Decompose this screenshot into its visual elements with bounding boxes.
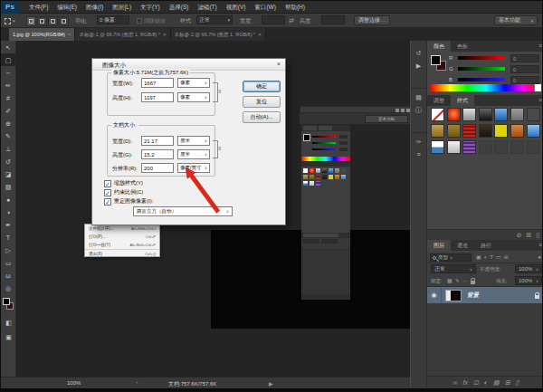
filter-adjustment-icon[interactable]: ◐ xyxy=(484,253,488,262)
doc-tab-3[interactable]: 未标题-2 @ 66.7% (图层 1, RGB/8) *× xyxy=(171,28,266,41)
selection-intersect-button[interactable] xyxy=(59,16,69,26)
layer-visibility-toggle[interactable]: ◉ xyxy=(427,287,442,303)
style-swatch-6[interactable] xyxy=(510,108,524,121)
height-input[interactable] xyxy=(321,15,345,24)
style-swatch-11[interactable] xyxy=(479,124,492,138)
history-panel-icon[interactable]: ↺ xyxy=(411,47,427,60)
style-swatch-10[interactable] xyxy=(462,124,476,138)
panel-menu-icon[interactable]: ≡ xyxy=(538,240,542,251)
file-menu-item-4[interactable]: 退出(X)Ctrl+Q xyxy=(85,249,159,257)
brush-tool[interactable]: ✎ xyxy=(1,129,15,142)
menu-type[interactable]: 文字(Y) xyxy=(136,1,165,14)
pixel-height-unit-select[interactable]: 像素∨ xyxy=(177,92,210,102)
zoom-tool[interactable]: ◎ xyxy=(1,282,15,294)
dialog-close-icon[interactable]: × xyxy=(277,61,281,67)
file-menu-item-1[interactable]: 文件简介(F)...Alt+Shift+Ctrl+I xyxy=(85,225,159,233)
clone-stamp-tool[interactable]: ⊥ xyxy=(1,142,15,155)
rectangle-tool[interactable]: ▭ xyxy=(1,256,15,269)
dodge-tool[interactable]: ◑ xyxy=(1,206,15,218)
status-options-arrow-icon[interactable]: ▶ xyxy=(269,380,273,387)
screen-mode-button[interactable]: ▣ xyxy=(1,334,16,341)
foreground-color-swatch[interactable] xyxy=(3,298,10,305)
tab-close-icon[interactable]: × xyxy=(163,32,167,37)
history-brush-tool[interactable]: ↺ xyxy=(1,155,15,167)
style-swatch-4[interactable] xyxy=(479,108,492,121)
channel-slider[interactable] xyxy=(458,78,505,81)
style-swatch-3[interactable] xyxy=(462,108,476,121)
blur-tool[interactable]: ● xyxy=(1,193,15,206)
style-swatch-14[interactable] xyxy=(527,124,540,138)
width-input[interactable] xyxy=(262,15,285,24)
blend-mode-select[interactable]: 正常∨ xyxy=(431,264,476,273)
new-style-icon[interactable]: ⊞ xyxy=(526,230,531,240)
tab-paths[interactable]: 路径 xyxy=(474,240,498,251)
properties-panel-icon[interactable]: ▤ xyxy=(411,88,427,104)
delete-layer-icon[interactable]: ▯ xyxy=(516,379,519,387)
layer-row-background[interactable]: ◉ 背景 xyxy=(427,287,543,303)
resample-method-select[interactable]: 两次立方（自动）∨ xyxy=(133,206,233,216)
channel-value[interactable]: 0 xyxy=(510,54,539,62)
filter-toggle-icon[interactable]: ● xyxy=(538,254,541,261)
style-swatch-2[interactable] xyxy=(447,108,461,121)
pixel-width-unit-select[interactable]: 像素∨ xyxy=(177,78,210,88)
actions-panel-icon[interactable]: ▶ xyxy=(411,60,427,72)
tab-layers[interactable]: 图层 xyxy=(427,240,451,251)
style-swatch-5[interactable] xyxy=(494,108,508,121)
style-swatch-17[interactable] xyxy=(462,140,476,154)
pixel-height-input[interactable] xyxy=(141,92,174,102)
link-layers-icon[interactable]: ∞ xyxy=(453,379,458,386)
rectangular-marquee-tool[interactable]: ▢ xyxy=(1,53,15,66)
foreground-color-swatch[interactable] xyxy=(431,55,441,65)
workspace-switcher[interactable]: 基本功能▾ xyxy=(494,15,538,25)
style-swatch-7[interactable] xyxy=(527,108,540,121)
channel-slider[interactable] xyxy=(458,67,505,71)
hand-tool[interactable]: ω xyxy=(1,269,15,282)
panel-menu-icon[interactable]: ≡ xyxy=(538,41,542,52)
doc-width-input[interactable] xyxy=(141,136,174,146)
menu-edit[interactable]: 编辑(E) xyxy=(52,1,81,14)
lock-transparency-icon[interactable]: ▩ xyxy=(447,277,452,285)
menu-window[interactable]: 窗口(W) xyxy=(250,1,280,14)
lock-pixels-icon[interactable]: ✎ xyxy=(455,277,460,285)
tab-close-icon[interactable]: × xyxy=(258,32,262,37)
style-swatch-13[interactable] xyxy=(510,124,524,138)
style-select[interactable]: 正常▾ xyxy=(196,15,233,24)
filter-type-icon[interactable]: T xyxy=(490,253,493,262)
refine-edge-button[interactable]: 调整边缘… xyxy=(354,15,390,25)
pixel-width-input[interactable] xyxy=(141,78,174,88)
doc-width-unit-select[interactable]: 厘米∨ xyxy=(177,136,210,146)
style-swatch-8[interactable] xyxy=(431,124,444,138)
new-layer-icon[interactable]: ⊞ xyxy=(505,379,510,387)
layer-thumbnail[interactable] xyxy=(445,290,462,301)
eraser-tool[interactable]: ◪ xyxy=(1,167,15,180)
resample-image-checkbox[interactable]: ✓重定图像像素(I): xyxy=(104,197,153,206)
menu-filter[interactable]: 滤镜(T) xyxy=(193,1,221,14)
menu-image[interactable]: 图像(I) xyxy=(81,1,108,14)
menu-select[interactable]: 选择(S) xyxy=(165,1,194,14)
reset-button[interactable]: 复位 xyxy=(243,96,281,108)
resolution-input[interactable] xyxy=(141,163,174,173)
info-panel-icon[interactable]: ⓘ xyxy=(411,104,427,117)
gradient-tool[interactable]: ▨ xyxy=(1,180,15,193)
layer-filter-select[interactable]: 类型∨ xyxy=(430,253,472,262)
menu-layer[interactable]: 图层(L) xyxy=(108,1,136,14)
color-swatches[interactable] xyxy=(3,298,14,311)
layer-mask-icon[interactable]: ⊡ xyxy=(473,379,479,387)
doc-height-unit-select[interactable]: 厘米∨ xyxy=(177,149,210,159)
constrain-proportions-checkbox[interactable]: ✓约束比例(C) xyxy=(104,188,143,196)
channel-value[interactable]: 0 xyxy=(510,65,539,73)
style-swatch-15[interactable] xyxy=(431,140,444,154)
pen-tool[interactable]: ✒ xyxy=(1,218,15,231)
selection-add-button[interactable] xyxy=(37,16,47,26)
zoom-level-field[interactable]: 100% xyxy=(67,380,81,386)
style-swatch-1[interactable] xyxy=(431,108,444,121)
fill-select[interactable]: 100%∨ xyxy=(515,276,542,285)
quick-mask-button[interactable]: ◧ xyxy=(1,320,16,327)
crop-tool[interactable]: # xyxy=(1,91,15,104)
feather-input[interactable]: 0 像素 xyxy=(97,15,129,24)
tab-adjustments[interactable]: 调整 xyxy=(427,95,451,106)
auto-button[interactable]: 自动(A)... xyxy=(243,111,281,123)
doc-tab-1[interactable]: 1.jpg @ 100%(RGB/8#)× xyxy=(9,28,75,41)
menu-file[interactable]: 文件(F) xyxy=(24,1,52,14)
move-tool[interactable]: ↖ xyxy=(1,41,15,53)
